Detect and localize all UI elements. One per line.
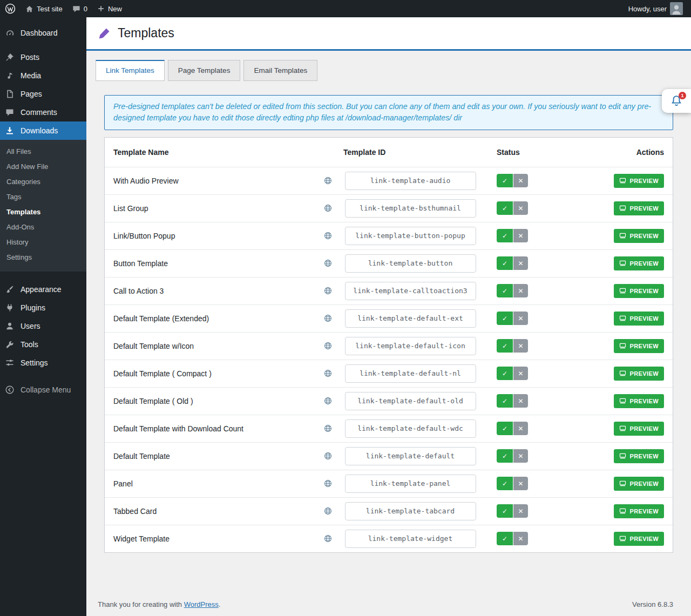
preview-button[interactable]: PREVIEW bbox=[614, 201, 664, 215]
preview-button[interactable]: PREVIEW bbox=[614, 422, 664, 436]
status-inactive-button[interactable]: ✕ bbox=[513, 229, 528, 242]
new-content-menu[interactable]: New bbox=[92, 0, 127, 17]
status-active-button[interactable]: ✓ bbox=[497, 284, 513, 297]
submenu-item-settings[interactable]: Settings bbox=[0, 250, 86, 265]
template-name: Tabbed Card bbox=[113, 507, 312, 516]
preview-button[interactable]: PREVIEW bbox=[614, 174, 664, 188]
actions-cell: PREVIEW bbox=[610, 284, 664, 298]
tab-link-templates[interactable]: Link Templates bbox=[96, 60, 165, 81]
status-inactive-button[interactable]: ✕ bbox=[513, 284, 528, 297]
template-id-input[interactable] bbox=[345, 392, 476, 410]
preview-label: PREVIEW bbox=[629, 288, 659, 294]
status-active-button[interactable]: ✓ bbox=[497, 422, 513, 435]
preview-button[interactable]: PREVIEW bbox=[614, 394, 664, 408]
sidebar-item-pages[interactable]: Pages bbox=[0, 85, 86, 103]
preview-button[interactable]: PREVIEW bbox=[614, 449, 664, 463]
check-icon: ✓ bbox=[502, 370, 507, 377]
sidebar-item-collapse-menu[interactable]: Collapse Menu bbox=[0, 381, 86, 399]
submenu-item-tags[interactable]: Tags bbox=[0, 189, 86, 205]
submenu-item-all-files[interactable]: All Files bbox=[0, 144, 86, 159]
template-id-input[interactable] bbox=[345, 282, 476, 300]
submenu-item-add-ons[interactable]: Add-Ons bbox=[0, 220, 86, 235]
template-id-input[interactable] bbox=[345, 337, 476, 355]
template-id-input[interactable] bbox=[345, 309, 476, 328]
preview-button[interactable]: PREVIEW bbox=[614, 284, 664, 298]
sidebar-item-dashboard[interactable]: Dashboard bbox=[0, 24, 86, 42]
status-inactive-button[interactable]: ✕ bbox=[513, 256, 528, 270]
status-active-button[interactable]: ✓ bbox=[497, 256, 513, 270]
sidebar-item-tools[interactable]: Tools bbox=[0, 335, 86, 354]
preview-button[interactable]: PREVIEW bbox=[614, 477, 664, 491]
preview-button[interactable]: PREVIEW bbox=[614, 312, 664, 326]
status-cell: ✓ ✕ bbox=[477, 367, 610, 380]
status-inactive-button[interactable]: ✕ bbox=[513, 394, 528, 408]
status-inactive-button[interactable]: ✕ bbox=[513, 449, 528, 463]
status-active-button[interactable]: ✓ bbox=[497, 504, 513, 518]
status-inactive-button[interactable]: ✕ bbox=[513, 201, 528, 215]
sidebar-item-label: Pages bbox=[21, 90, 42, 98]
sidebar-item-downloads[interactable]: Downloads bbox=[0, 121, 86, 140]
sidebar-item-comments[interactable]: Comments bbox=[0, 103, 86, 121]
sidebar-item-posts[interactable]: Posts bbox=[0, 48, 86, 66]
tab-email-templates[interactable]: Email Templates bbox=[243, 60, 317, 81]
submenu-item-history[interactable]: History bbox=[0, 235, 86, 250]
status-active-button[interactable]: ✓ bbox=[497, 229, 513, 242]
template-id-input[interactable] bbox=[345, 530, 476, 548]
template-id-input[interactable] bbox=[345, 172, 476, 190]
sidebar-item-users[interactable]: Users bbox=[0, 317, 86, 335]
my-account-link[interactable]: Howdy, user bbox=[624, 0, 688, 17]
status-inactive-button[interactable]: ✕ bbox=[513, 174, 528, 187]
preview-button[interactable]: PREVIEW bbox=[614, 504, 664, 518]
template-id-cell bbox=[343, 282, 477, 300]
wordpress-link[interactable]: WordPress bbox=[184, 600, 219, 608]
status-active-button[interactable]: ✓ bbox=[497, 174, 513, 187]
template-id-input[interactable] bbox=[345, 199, 476, 218]
status-inactive-button[interactable]: ✕ bbox=[513, 504, 528, 518]
status-inactive-button[interactable]: ✕ bbox=[513, 532, 528, 545]
status-inactive-button[interactable]: ✕ bbox=[513, 312, 528, 325]
status-active-button[interactable]: ✓ bbox=[497, 532, 513, 545]
comments-shortcut[interactable]: 0 bbox=[67, 0, 92, 17]
preview-button[interactable]: PREVIEW bbox=[614, 339, 664, 353]
submenu-item-templates[interactable]: Templates bbox=[0, 205, 86, 220]
globe-icon bbox=[312, 177, 343, 185]
status-inactive-button[interactable]: ✕ bbox=[513, 477, 528, 490]
status-active-button[interactable]: ✓ bbox=[497, 367, 513, 380]
template-name: With Audio Preview bbox=[113, 177, 312, 185]
notification-widget[interactable]: 1 bbox=[662, 89, 691, 113]
template-id-input[interactable] bbox=[345, 447, 476, 465]
preview-label: PREVIEW bbox=[629, 508, 659, 515]
template-id-input[interactable] bbox=[345, 254, 476, 273]
status-active-button[interactable]: ✓ bbox=[497, 339, 513, 353]
status-active-button[interactable]: ✓ bbox=[497, 449, 513, 463]
site-name-link[interactable]: Test site bbox=[21, 0, 67, 17]
sidebar-item-plugins[interactable]: Plugins bbox=[0, 299, 86, 317]
submenu-item-categories[interactable]: Categories bbox=[0, 174, 86, 189]
preview-button[interactable]: PREVIEW bbox=[614, 256, 664, 270]
check-icon: ✓ bbox=[502, 315, 507, 322]
tab-page-templates[interactable]: Page Templates bbox=[168, 60, 241, 81]
collapse-arrow-icon bbox=[4, 384, 15, 395]
table-row: Widget Template ✓ ✕ PREVIEW bbox=[105, 525, 673, 552]
template-id-input[interactable] bbox=[345, 475, 476, 493]
template-id-input[interactable] bbox=[345, 364, 476, 383]
wordpress-logo[interactable] bbox=[0, 0, 21, 17]
footer: Thank you for creating with WordPress. V… bbox=[86, 591, 691, 616]
preview-button[interactable]: PREVIEW bbox=[614, 229, 664, 243]
status-active-button[interactable]: ✓ bbox=[497, 312, 513, 325]
template-id-input[interactable] bbox=[345, 502, 476, 520]
sidebar-item-appearance[interactable]: Appearance bbox=[0, 280, 86, 299]
status-inactive-button[interactable]: ✕ bbox=[513, 367, 528, 380]
status-inactive-button[interactable]: ✕ bbox=[513, 339, 528, 353]
preview-button[interactable]: PREVIEW bbox=[614, 532, 664, 546]
submenu-item-add-new-file[interactable]: Add New File bbox=[0, 159, 86, 174]
status-active-button[interactable]: ✓ bbox=[497, 394, 513, 408]
template-id-input[interactable] bbox=[345, 419, 476, 438]
status-inactive-button[interactable]: ✕ bbox=[513, 422, 528, 435]
template-id-input[interactable] bbox=[345, 227, 476, 245]
status-active-button[interactable]: ✓ bbox=[497, 477, 513, 490]
sidebar-item-media[interactable]: Media bbox=[0, 66, 86, 85]
status-active-button[interactable]: ✓ bbox=[497, 201, 513, 215]
sidebar-item-settings[interactable]: Settings bbox=[0, 354, 86, 372]
preview-button[interactable]: PREVIEW bbox=[614, 367, 664, 381]
